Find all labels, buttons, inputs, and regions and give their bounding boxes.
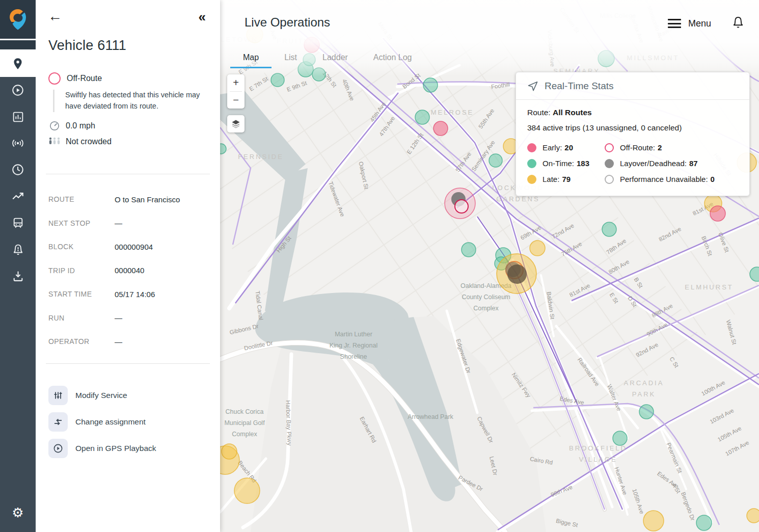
field-row: TRIP ID0000040 [48,259,209,283]
play-circle-icon [11,84,24,97]
swiftly-logo[interactable] [0,0,36,39]
play-circle-icon [48,439,68,458]
zoom-control: + − [227,74,245,109]
svg-text:Mills College: Mills College [600,12,636,19]
svg-text:King Jr. Regional: King Jr. Regional [330,342,378,349]
stats-trips-line: 384 active trips (13 unassigned, 0 cance… [527,123,738,132]
open-gps-playback-button[interactable]: Open in GPS Playback [48,435,209,462]
legend-item: Performance Unavailable: 0 [605,171,738,187]
back-button[interactable]: ← [48,9,62,23]
layover-swatch [605,159,614,168]
rail-divider-2 [0,40,36,50]
menu-icon[interactable] [668,19,681,28]
field-row: BLOCK000000904 [48,235,209,259]
svg-text:Arrowhead Park: Arrowhead Park [408,413,453,420]
bar-chart-icon [12,111,24,123]
field-label: NEXT STOP [48,219,115,227]
field-value: 000000904 [115,243,153,251]
unavailable-swatch [605,175,614,184]
trip-fields: ROUTEO to San FranciscoNEXT STOP—BLOCK00… [48,188,209,354]
stats-title: Real-Time Stats [545,81,614,92]
svg-text:MILLSMONT: MILLSMONT [627,54,680,62]
field-value: 0000040 [115,266,144,275]
speedometer-icon [48,120,61,131]
crowding-value: Not crowded [66,137,112,146]
tab-action-log[interactable]: Action Log [361,48,425,68]
stats-route-line: Route: All Routes [527,108,738,117]
legend-item: Early: 20 [527,140,605,155]
tab-ladder[interactable]: Ladder [310,48,361,68]
field-value: — [115,219,122,227]
svg-text:GARDENS: GARDENS [496,195,539,203]
legend-item: On-Time: 183 [527,155,605,171]
swiftly-logo-icon [8,8,28,31]
svg-text:PARK: PARK [632,390,656,398]
offroute-swatch [605,143,614,152]
svg-text:Shoreline: Shoreline [340,353,367,360]
field-label: ROUTE [48,195,115,203]
tab-list[interactable]: List [272,48,310,68]
notifications-bell-icon[interactable] [731,15,745,32]
crowding-icon [48,137,61,147]
trending-up-icon [11,190,24,203]
bus-icon [12,217,24,229]
view-tabs: Map List Ladder Action Log [230,48,424,68]
vehicle-detail-panel: ← « Vehicle 6111 Off-Route Swiftly has d… [36,0,220,532]
map-pin-icon [11,57,24,70]
svg-text:Municipal Golf: Municipal Golf [224,419,265,427]
late-swatch [527,175,536,184]
layers-button[interactable] [227,115,245,132]
off-route-status-icon [48,72,61,85]
swap-arrows-icon [48,412,68,432]
alert-bell-icon [12,243,24,256]
field-row: NEXT STOP— [48,211,209,235]
clock-icon [11,163,24,176]
ontime-swatch [527,159,536,168]
field-label: OPERATOR [48,337,115,345]
svg-text:Complex: Complex [473,305,499,312]
sidebar-item-on-time-performance[interactable] [0,156,36,183]
sidebar-item-gps-playback[interactable] [0,77,36,103]
broadcast-icon [11,137,25,149]
sidebar-item-vehicles[interactable] [0,209,36,236]
zoom-out-button[interactable]: − [227,92,245,109]
svg-text:FERNSIDE: FERNSIDE [238,153,284,161]
sidebar-rail: ⚙ [0,0,36,532]
early-swatch [527,143,536,152]
menu-label[interactable]: Menu [688,18,711,29]
live-map[interactable]: E 9th StE 7th StE 9th St12th St40th Ave3… [220,0,759,532]
field-value: 05/17 14:06 [115,290,155,299]
field-label: START TIME [48,290,115,298]
svg-text:VILLAGE: VILLAGE [579,456,617,463]
svg-text:ELMHURST: ELMHURST [685,283,734,291]
status-description: Swiftly has detected that this vehicle m… [53,90,205,112]
change-assignment-button[interactable]: Change assignment [48,409,209,435]
sidebar-item-alerts[interactable] [0,236,36,262]
layers-icon [231,119,241,129]
sidebar-item-settings[interactable]: ⚙ [0,501,36,524]
navigation-icon [527,81,538,92]
svg-text:Complex: Complex [232,431,257,438]
page-title: Live Operations [245,15,330,30]
collapse-panel-button[interactable]: « [199,10,206,23]
download-icon [12,270,24,282]
field-value: O to San Francisco [115,195,180,204]
svg-text:Martin Luther: Martin Luther [335,331,372,338]
svg-text:County Coliseum: County Coliseum [462,294,510,301]
tab-map[interactable]: Map [230,48,272,68]
sidebar-item-live-map[interactable] [0,50,36,77]
sidebar-item-dashboards[interactable] [0,103,36,130]
sidebar-item-exports[interactable] [0,262,36,289]
modify-service-label: Modify Service [75,391,127,400]
field-row: OPERATOR— [48,330,209,354]
field-value: — [115,337,122,346]
vehicle-title: Vehicle 6111 [48,38,126,54]
stats-legend: Early: 20On-Time: 183Late: 79Off-Route: … [527,140,738,187]
zoom-in-button[interactable]: + [227,74,245,91]
field-label: RUN [48,314,115,322]
modify-service-button[interactable]: Modify Service [48,382,209,409]
sidebar-item-trends[interactable] [0,183,36,209]
gear-icon: ⚙ [12,505,23,521]
sidebar-item-live-feed[interactable] [0,130,36,156]
field-label: BLOCK [48,243,115,251]
